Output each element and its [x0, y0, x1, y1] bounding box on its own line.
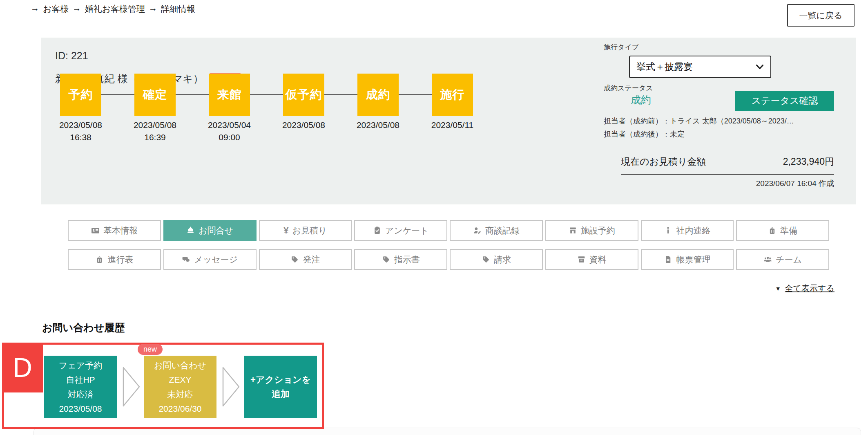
section-tabs: 基本情報 お問合せ ¥ お見積り アンケート 商談記録 — [68, 220, 829, 270]
users-icon — [763, 255, 772, 264]
tab-facility-reservation[interactable]: 施設予約 — [545, 220, 638, 241]
timeline-step-box[interactable]: 成約 — [357, 74, 399, 116]
tab-label: お問合せ — [199, 225, 233, 236]
progress-timeline: 予約 2023/05/08 16:38 確定 2023/05/08 16:39 … — [60, 74, 473, 142]
breadcrumb-arrow-icon: → — [149, 3, 157, 15]
contract-status-label: 成約ステータス — [604, 83, 653, 93]
inquiry-card-fair-reservation[interactable]: フェア予約 自社HP 対応済 2023/05/08 — [44, 356, 117, 418]
inquiry-card-inquiry[interactable]: お問い合わせ ZEXY 未対応 2023/06/30 — [144, 356, 216, 418]
breadcrumb-arrow-icon: → — [31, 3, 39, 15]
inquiry-card-status: 対応済 — [68, 390, 94, 399]
tab-ordering[interactable]: 発注 — [259, 249, 352, 270]
timeline-step-box[interactable]: 施行 — [432, 74, 473, 116]
tab-progress-sheet[interactable]: 進行表 — [68, 249, 161, 270]
timeline-step-box[interactable]: 確定 — [134, 74, 176, 116]
tab-preparation[interactable]: 準備 — [736, 220, 829, 241]
tab-meeting-record[interactable]: 商談記録 — [450, 220, 543, 241]
yen-icon: ¥ — [283, 226, 288, 235]
tab-label: 進行表 — [107, 254, 133, 265]
tab-report-management[interactable]: 帳票管理 — [641, 249, 734, 270]
tab-documents[interactable]: 資料 — [545, 249, 638, 270]
flow-arrow-icon — [222, 365, 241, 410]
estimate-divider — [621, 174, 834, 175]
user-pen-icon — [473, 226, 482, 235]
timeline-step-execution[interactable]: 施行 2023/05/11 — [432, 74, 473, 132]
timeline-step-provisional[interactable]: 仮予約 2023/05/08 — [283, 74, 324, 132]
triangle-down-icon: ▼ — [775, 285, 781, 292]
status-check-button[interactable]: ステータス確認 — [735, 91, 834, 111]
timeline-step-box[interactable]: 予約 — [60, 74, 101, 116]
estimate-created-timestamp: 2023/06/07 16:04 作成 — [621, 178, 834, 189]
timeline-step-date: 2023/05/11 — [418, 120, 487, 130]
breadcrumb-item-customers[interactable]: お客様 — [43, 3, 69, 15]
tab-messages[interactable]: メッセージ — [163, 249, 257, 270]
id-card-icon — [91, 226, 100, 235]
timeline-step-date: 2023/05/08 — [120, 120, 190, 130]
back-to-list-button[interactable]: 一覧に戻る — [787, 4, 855, 27]
show-all-label: 全て表示する — [785, 283, 835, 294]
breadcrumb: → お客様 → 婚礼お客様管理 → 詳細情報 — [31, 3, 195, 15]
timeline-connector — [176, 94, 209, 95]
tab-label: 請求 — [494, 254, 511, 265]
add-action-button[interactable]: +アクションを 追加 — [244, 356, 317, 418]
breadcrumb-item-wedding-management[interactable]: 婚礼お客様管理 — [85, 3, 145, 15]
tab-label: 準備 — [780, 225, 797, 236]
timeline-connector — [399, 94, 432, 95]
execution-type-select[interactable]: 挙式＋披露宴 — [629, 56, 771, 78]
tab-label: お見積り — [292, 225, 327, 236]
manager-before-contract: 担当者（成約前）：トライス 太郎（2023/05/08～2023/… — [604, 116, 794, 126]
breadcrumb-arrow-icon: → — [73, 3, 81, 15]
timeline-step-time: 09:00 — [195, 132, 264, 142]
timeline-connector — [250, 94, 283, 95]
timeline-step-date: 2023/05/08 — [344, 120, 413, 130]
add-action-label-line2: 追加 — [272, 389, 290, 399]
timeline-connector — [324, 94, 357, 95]
timeline-step-visit[interactable]: 来館 2023/05/04 09:00 — [209, 74, 250, 142]
timeline-step-date: 2023/05/04 — [195, 120, 264, 130]
timeline-connector — [101, 94, 134, 95]
tab-inquiry[interactable]: お問合せ — [163, 220, 257, 241]
tab-label: 社内連絡 — [676, 225, 710, 236]
tab-instructions[interactable]: 指示書 — [354, 249, 447, 270]
suitcase-icon — [95, 255, 104, 264]
tab-survey[interactable]: アンケート — [354, 220, 447, 241]
inquiry-card-source: ZEXY — [169, 375, 192, 384]
inquiry-card-type: フェア予約 — [59, 361, 102, 370]
tab-label: 発注 — [303, 254, 320, 265]
execution-type-value: 挙式＋披露宴 — [636, 61, 693, 73]
execution-type-label: 施行タイプ — [604, 43, 639, 52]
show-all-link[interactable]: ▼ 全て表示する — [775, 283, 835, 294]
tab-billing[interactable]: 請求 — [450, 249, 543, 270]
inquiry-history-heading: お問い合わせ履歴 — [42, 321, 125, 334]
tab-label: 商談記録 — [485, 225, 520, 236]
tab-label: アンケート — [385, 225, 429, 236]
timeline-step-box[interactable]: 仮予約 — [283, 74, 324, 116]
timeline-step-confirmed[interactable]: 確定 2023/05/08 16:39 — [134, 74, 176, 142]
timeline-step-reservation[interactable]: 予約 2023/05/08 16:38 — [60, 74, 101, 142]
tab-label: メッセージ — [194, 254, 238, 265]
tab-label: 指示書 — [394, 254, 420, 265]
tab-label: 施設予約 — [581, 225, 615, 236]
tab-team[interactable]: チーム — [736, 249, 829, 270]
tab-internal-contact[interactable]: 社内連絡 — [641, 220, 734, 241]
annotation-marker-d: D — [2, 343, 43, 392]
estimate-amount: 2,233,940円 — [783, 155, 834, 168]
tag-icon — [482, 255, 490, 264]
add-action-label-line1: +アクションを — [250, 375, 311, 385]
page: → お客様 → 婚礼お客様管理 → 詳細情報 一覧に戻る ID: 221 新婦:… — [0, 0, 868, 435]
breadcrumb-item-detail: 詳細情報 — [161, 3, 195, 15]
estimate-label: 現在のお見積り金額 — [621, 155, 706, 168]
tag-icon — [290, 255, 299, 264]
manager-after-contract: 担当者（成約後）：未定 — [604, 129, 685, 139]
info-icon — [664, 226, 672, 235]
timeline-step-box[interactable]: 来館 — [209, 74, 250, 116]
tab-basic-info[interactable]: 基本情報 — [68, 220, 161, 241]
tab-label: チーム — [776, 254, 802, 265]
tag-icon — [382, 255, 390, 264]
tab-label: 資料 — [589, 254, 607, 265]
suitcase-icon — [768, 226, 777, 235]
timeline-step-date: 2023/05/08 — [46, 120, 116, 130]
tab-estimate[interactable]: ¥ お見積り — [259, 220, 352, 241]
inquiry-card-type: お問い合わせ — [154, 361, 206, 370]
timeline-step-contract[interactable]: 成約 2023/05/08 — [357, 74, 399, 132]
